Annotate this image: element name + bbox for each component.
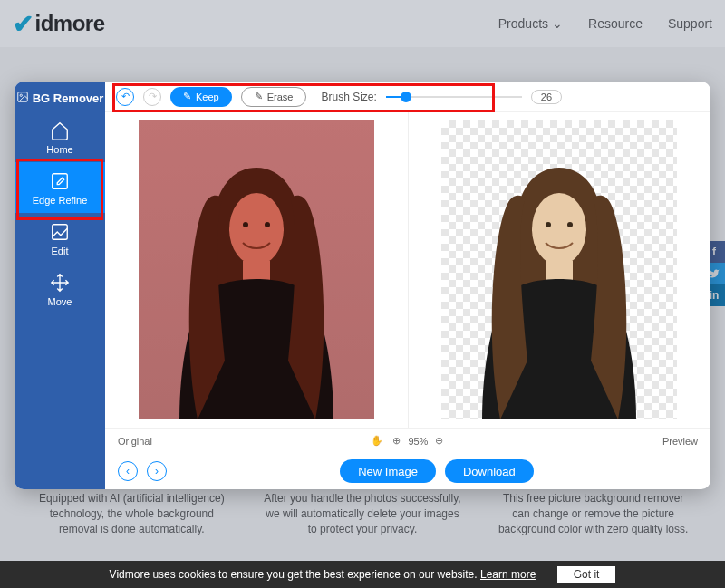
preview-photo — [441, 120, 677, 419]
preview-pane[interactable] — [409, 112, 711, 428]
sidebar-item-home[interactable]: Home — [14, 111, 105, 162]
brush-keep-icon: ✎ — [183, 91, 191, 102]
sidebar-item-edit[interactable]: Edit — [14, 213, 105, 264]
redo-button[interactable]: ↷ — [143, 88, 161, 106]
image-icon — [16, 91, 29, 106]
erase-label: Erase — [267, 92, 294, 102]
brush-erase-icon: ✎ — [255, 91, 263, 102]
sidebar-item-label: Edit — [52, 246, 69, 256]
toolbar: ↶ ↷ ✎ Keep ✎ Erase Brush Size: 26 — [105, 82, 710, 112]
prev-image-button[interactable]: ‹ — [118, 461, 138, 481]
sidebar-item-label: Edge Refine — [33, 195, 88, 206]
status-bar: Original ✋ ⊕ 95% ⊖ Preview — [105, 428, 710, 453]
home-icon — [14, 120, 105, 140]
keep-mask-overlay — [139, 120, 374, 419]
cookie-banner: Vidmore uses cookies to ensure you get t… — [0, 561, 725, 588]
footer-bar: ‹ › New Image Download — [105, 453, 710, 489]
canvas-area — [105, 112, 710, 428]
brush-size-label: Brush Size: — [321, 91, 376, 103]
person-figure — [455, 148, 663, 419]
edit-square-icon — [14, 171, 105, 191]
keep-button[interactable]: ✎ Keep — [170, 87, 232, 107]
original-photo — [139, 120, 374, 419]
preview-label: Preview — [662, 436, 698, 447]
move-icon — [14, 273, 105, 293]
original-label: Original — [118, 436, 152, 447]
cookie-text: Vidmore uses cookies to ensure you get t… — [110, 568, 478, 581]
zoom-value: 95% — [408, 436, 428, 447]
undo-button[interactable]: ↶ — [116, 88, 134, 106]
svg-point-1 — [20, 94, 22, 96]
svg-rect-3 — [53, 225, 68, 240]
cookie-accept-button[interactable]: Got it — [557, 566, 616, 583]
main-panel: ↶ ↷ ✎ Keep ✎ Erase Brush Size: 26 — [105, 82, 710, 489]
new-image-button[interactable]: New Image — [340, 459, 436, 483]
sidebar-item-label: Move — [48, 296, 72, 307]
sidebar-item-move[interactable]: Move — [14, 264, 105, 314]
svg-point-7 — [532, 193, 586, 265]
zoom-out-icon[interactable]: ⊖ — [435, 435, 443, 447]
pan-hand-icon[interactable]: ✋ — [371, 435, 383, 447]
zoom-in-icon[interactable]: ⊕ — [392, 435, 401, 447]
app-title: BG Remover — [16, 91, 104, 106]
next-image-button[interactable]: › — [147, 461, 167, 481]
crop-icon — [14, 222, 105, 242]
bg-remover-app: BG Remover Home Edge Refine Edit Move ↶ … — [14, 82, 710, 489]
slider-thumb[interactable] — [401, 92, 411, 102]
svg-point-8 — [546, 222, 551, 227]
brush-size-value: 26 — [531, 90, 562, 104]
sidebar: BG Remover Home Edge Refine Edit Move — [14, 82, 105, 489]
zoom-controls: ⊕ 95% ⊖ — [392, 435, 443, 447]
original-pane[interactable] — [105, 112, 409, 428]
sidebar-item-edge-refine[interactable]: Edge Refine — [14, 162, 105, 213]
cookie-learn-more-link[interactable]: Learn more — [480, 568, 536, 581]
erase-button[interactable]: ✎ Erase — [241, 87, 307, 107]
brush-size-slider[interactable] — [386, 91, 522, 103]
keep-label: Keep — [196, 92, 219, 102]
svg-point-9 — [567, 222, 573, 227]
sidebar-item-label: Home — [46, 144, 72, 155]
download-button[interactable]: Download — [445, 459, 534, 483]
